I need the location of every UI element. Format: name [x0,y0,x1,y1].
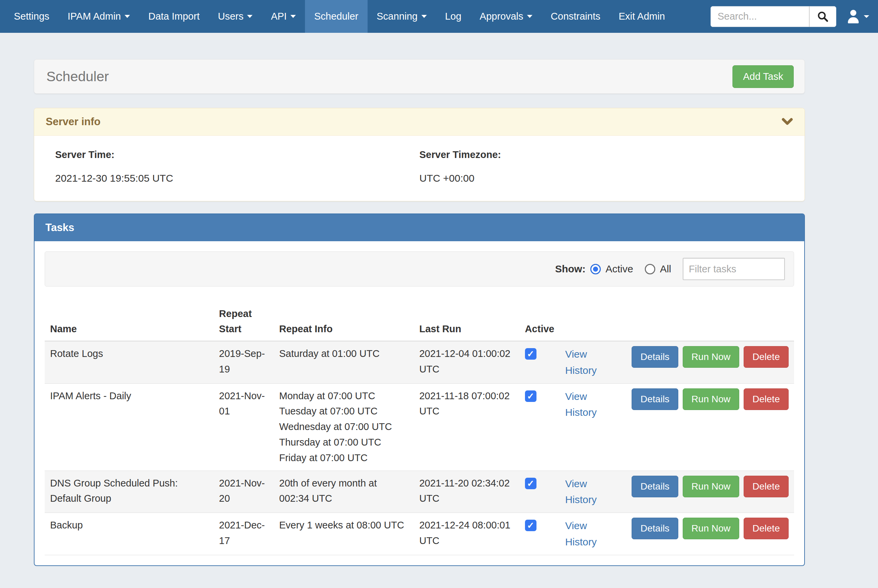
task-active-cell: ✓ [519,513,560,555]
run-now-button[interactable]: Run Now [683,518,739,539]
user-menu[interactable] [846,10,869,23]
show-active-radio[interactable]: Active [590,263,633,275]
nav-item-label: Approvals [480,11,523,22]
column-header-repeat-info: Repeat Info [274,302,414,341]
task-history-cell: View History [560,341,626,383]
nav-item-exit-admin[interactable]: Exit Admin [609,0,674,33]
nav-item-label: IPAM Admin [68,11,121,22]
nav-item-scanning[interactable]: Scanning [368,0,436,33]
run-now-button[interactable]: Run Now [683,388,739,410]
repeat-info-line: Friday at 07:00 UTC [279,450,408,466]
search-button[interactable] [809,6,836,27]
delete-button[interactable]: Delete [744,388,789,410]
page-title: Scheduler [34,69,109,85]
task-actions-cell: DetailsRun NowDelete [626,383,794,471]
search-input[interactable] [711,6,809,27]
run-now-button[interactable]: Run Now [683,346,739,368]
server-timezone-value: UTC +00:00 [419,172,783,184]
delete-button[interactable]: Delete [744,346,789,368]
task-history-cell: View History [560,383,626,471]
nav-item-label: Log [445,11,461,22]
tasks-table-body: Rotate Logs2019-Sep-19Saturday at 01:00 … [45,341,794,555]
caret-down-icon [125,15,130,18]
show-all-radio[interactable]: All [645,263,671,275]
task-active-checkbox[interactable]: ✓ [525,478,536,489]
task-repeat-info: Monday at 07:00 UTCTuesday at 07:00 UTCW… [274,383,414,471]
tasks-panel-title: Tasks [45,222,75,234]
view-history-link[interactable]: View History [565,348,597,376]
task-last-run: 2021-12-24 08:00:01 UTC [414,513,519,555]
view-history-link[interactable]: View History [565,478,597,506]
task-repeat-info: Saturday at 01:00 UTC [274,341,414,383]
server-timezone-block: Server Timezone: UTC +00:00 [419,149,783,184]
nav-item-log[interactable]: Log [436,0,470,33]
task-last-run: 2021-12-04 01:00:02 UTC [414,341,519,383]
nav-item-users[interactable]: Users [209,0,262,33]
collapse-chevron-icon[interactable] [782,118,793,126]
server-time-block: Server Time: 2021-12-30 19:55:05 UTC [55,149,419,184]
task-name: DNS Group Scheduled Push: Default Group [45,471,213,513]
column-header-actions [626,302,794,341]
nav-item-api[interactable]: API [262,0,305,33]
caret-down-icon [247,15,252,18]
filter-tasks-input[interactable] [683,258,785,280]
show-active-label: Active [606,263,633,275]
task-row: IPAM Alerts - Daily2021-Nov-01Monday at … [45,383,794,471]
nav-item-label: Constraints [551,11,600,22]
task-active-checkbox[interactable]: ✓ [525,390,536,402]
caret-down-icon [864,15,869,18]
nav-item-label: Settings [14,11,50,22]
details-button[interactable]: Details [632,388,678,410]
tasks-panel-header: Tasks [35,214,804,241]
details-button[interactable]: Details [632,518,678,539]
delete-button[interactable]: Delete [744,518,789,539]
task-active-checkbox[interactable]: ✓ [525,520,536,531]
column-header-last-run: Last Run [414,302,519,341]
nav-item-label: API [271,11,287,22]
task-last-run: 2021-11-18 07:00:02 UTC [414,383,519,471]
task-repeat-start: 2019-Sep-19 [213,341,274,383]
server-info-title: Server info [46,116,101,128]
repeat-info-line: Wednesday at 07:00 UTC [279,419,408,435]
task-repeat-info: 20th of every month at 002:34 UTC [274,471,414,513]
column-header-history [560,302,626,341]
delete-button[interactable]: Delete [744,476,789,497]
view-history-link[interactable]: View History [565,520,597,548]
task-repeat-start: 2021-Nov-20 [213,471,274,513]
task-repeat-start: 2021-Nov-01 [213,383,274,471]
repeat-info-line: Saturday at 01:00 UTC [279,346,408,362]
nav-item-label: Exit Admin [619,11,665,22]
nav-item-settings[interactable]: Settings [5,0,59,33]
run-now-button[interactable]: Run Now [683,476,739,497]
navbar-right [710,0,878,33]
task-history-cell: View History [560,471,626,513]
task-actions-cell: DetailsRun NowDelete [626,341,794,383]
task-name: Backup [45,513,213,555]
add-task-button[interactable]: Add Task [732,65,794,88]
search-icon [817,10,829,22]
details-button[interactable]: Details [632,346,678,368]
show-label: Show: [555,263,585,275]
radio-unchecked-icon [645,264,655,274]
column-header-name: Name [45,302,213,341]
task-active-cell: ✓ [519,383,560,471]
nav-item-scheduler[interactable]: Scheduler [305,0,368,33]
nav-item-ipam-admin[interactable]: IPAM Admin [59,0,139,33]
tasks-panel: Tasks Show: Active All [34,213,805,566]
nav-item-constraints[interactable]: Constraints [542,0,609,33]
nav-item-label: Scanning [377,11,418,22]
nav-item-data-import[interactable]: Data Import [139,0,209,33]
nav-item-approvals[interactable]: Approvals [470,0,542,33]
task-active-checkbox[interactable]: ✓ [525,348,536,360]
task-name: Rotate Logs [45,341,213,383]
view-history-link[interactable]: View History [565,391,597,418]
tasks-filter-bar: Show: Active All [45,251,794,286]
task-active-cell: ✓ [519,341,560,383]
nav-item-label: Scheduler [314,11,359,22]
tasks-table-header-row: Name Repeat Start Repeat Info Last Run A… [45,302,794,341]
column-header-repeat-start: Repeat Start [213,302,274,341]
task-name: IPAM Alerts - Daily [45,383,213,471]
nav-items: SettingsIPAM AdminData ImportUsersAPISch… [0,0,674,33]
details-button[interactable]: Details [632,476,678,497]
task-history-cell: View History [560,513,626,555]
